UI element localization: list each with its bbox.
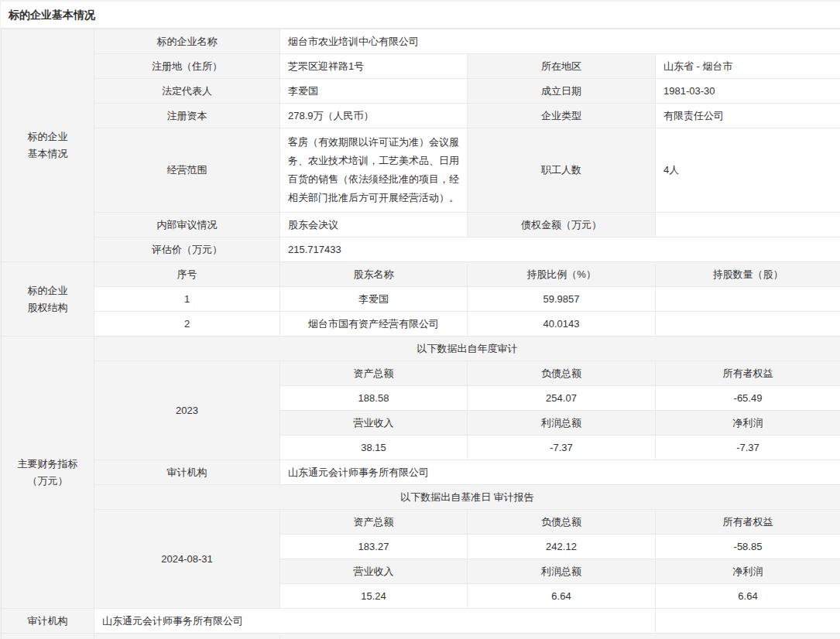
section-label-line: 基本情况 xyxy=(6,145,89,162)
baseline-value-revenue: 15.24 xyxy=(280,584,468,609)
annual-header-owner-equity: 所有者权益 xyxy=(656,361,840,386)
employees-value: 4人 xyxy=(656,128,840,213)
annual-period: 2023 xyxy=(94,361,280,460)
annual-header-revenue: 营业收入 xyxy=(280,411,468,436)
internal-review-label: 内部审议情况 xyxy=(94,213,280,237)
table-row: 标的企业 股权结构 序号 股东名称 持股比例（%） 持股数量（股） xyxy=(2,262,840,287)
table-row: 2 烟台市国有资产经营有限公司 40.0143 xyxy=(2,312,840,337)
equity-header-shareholder: 股东名称 xyxy=(280,262,468,287)
table-row: 审计机构 山东通元会计师事务所有限公司 xyxy=(2,609,840,634)
table-row: 注册资本 278.9万（人民币） 企业类型 有限责任公司 xyxy=(2,104,840,128)
annual-value-owner-equity: -65.49 xyxy=(656,386,840,411)
annual-header-net-profit: 净利润 xyxy=(656,411,840,436)
section-label-equity-structure: 标的企业 股权结构 xyxy=(2,262,94,337)
annual-auditor-label: 审计机构 xyxy=(94,460,280,485)
equity-row-shareholder: 烟台市国有资产经营有限公司 xyxy=(280,312,468,337)
equity-header-shares: 持股数量（股） xyxy=(656,262,840,287)
debt-amount-value xyxy=(656,213,840,237)
table-row: 评估价（万元） 215.717433 xyxy=(2,237,840,262)
appraisal-price-label: 评估价（万元） xyxy=(94,237,280,262)
annual-value-net-profit: -7.37 xyxy=(656,436,840,460)
table-row: 内部审议情况 股东会决议 债权金额（万元） xyxy=(2,213,840,237)
table-row: 主要财务指标 （万元） 以下数据出自年度审计 xyxy=(2,337,840,361)
baseline-header-net-profit: 净利润 xyxy=(656,559,840,584)
annual-header-total-liabilities: 负债总额 xyxy=(468,361,656,386)
enterprise-info-table: 标的企业 基本情况 标的企业名称 烟台市农业培训中心有限公司 注册地（住所） 芝… xyxy=(1,29,840,639)
appraisal-price-value: 215.717433 xyxy=(280,237,840,262)
annual-value-total-liabilities: 254.07 xyxy=(468,386,656,411)
baseline-auditor-label: 审计机构 xyxy=(2,609,94,634)
table-row-cutoff xyxy=(2,634,840,639)
section-label-financial-indicators: 主要财务指标 （万元） xyxy=(2,337,94,609)
table-row: 法定代表人 李爱国 成立日期 1981-03-30 xyxy=(2,79,840,104)
cutoff-cell xyxy=(2,634,94,639)
equity-row-shareholder: 李爱国 xyxy=(280,287,468,312)
page-title: 标的企业基本情况 xyxy=(1,2,840,29)
table-row: 审计机构 山东通元会计师事务所有限公司 xyxy=(2,460,840,485)
equity-header-ratio: 持股比例（%） xyxy=(468,262,656,287)
table-row: 经营范围 客房（有效期限以许可证为准）会议服务、农业技术培训，工艺美术品、日用百… xyxy=(2,128,840,213)
annual-value-revenue: 38.15 xyxy=(280,436,468,460)
equity-row-shares xyxy=(656,287,840,312)
employees-label: 职工人数 xyxy=(468,128,656,213)
baseline-value-net-profit: 6.64 xyxy=(656,584,840,609)
annual-header-total-profit: 利润总额 xyxy=(468,411,656,436)
table-row: 1 李爱国 59.9857 xyxy=(2,287,840,312)
annual-value-total-profit: -7.37 xyxy=(468,436,656,460)
baseline-value-owner-equity: -58.85 xyxy=(656,535,840,559)
registered-address-label: 注册地（住所） xyxy=(94,54,280,79)
region-value: 山东省 - 烟台市 xyxy=(656,54,840,79)
baseline-header-owner-equity: 所有者权益 xyxy=(656,510,840,535)
baseline-period: 2024-08-31 xyxy=(94,510,280,609)
equity-row-ratio: 59.9857 xyxy=(468,287,656,312)
annual-auditor-value: 山东通元会计师事务所有限公司 xyxy=(280,460,840,485)
registered-capital-value: 278.9万（人民币） xyxy=(280,104,468,128)
baseline-header-total-profit: 利润总额 xyxy=(468,559,656,584)
cutoff-cell xyxy=(280,634,840,639)
table-row: 2024-08-31 资产总额 负债总额 所有者权益 xyxy=(2,510,840,535)
internal-review-value: 股东会决议 xyxy=(280,213,468,237)
baseline-value-total-profit: 6.64 xyxy=(468,584,656,609)
region-label: 所在地区 xyxy=(468,54,656,79)
equity-row-ratio: 40.0143 xyxy=(468,312,656,337)
document-page: 标的企业基本情况 标的企业 基本情况 标的企业名称 烟台市农业培训中心有限公司 … xyxy=(0,0,840,639)
baseline-header-total-liabilities: 负债总额 xyxy=(468,510,656,535)
baseline-audit-banner: 以下数据出自基准日 审计报告 xyxy=(94,485,840,510)
section-label-basic-info: 标的企业 基本情况 xyxy=(2,29,94,262)
business-scope-label: 经营范围 xyxy=(94,128,280,213)
annual-audit-banner: 以下数据出自年度审计 xyxy=(94,337,840,361)
registered-address-value: 芝罘区迎祥路1号 xyxy=(280,54,468,79)
baseline-header-revenue: 营业收入 xyxy=(280,559,468,584)
company-name-value: 烟台市农业培训中心有限公司 xyxy=(280,29,840,54)
establish-date-label: 成立日期 xyxy=(468,79,656,104)
annual-header-total-assets: 资产总额 xyxy=(280,361,468,386)
baseline-value-total-liabilities: 242.12 xyxy=(468,535,656,559)
section-label-line: 标的企业 xyxy=(6,282,89,299)
equity-row-shares xyxy=(656,312,840,337)
debt-amount-label: 债权金额（万元） xyxy=(468,213,656,237)
annual-value-total-assets: 188.58 xyxy=(280,386,468,411)
registered-capital-label: 注册资本 xyxy=(94,104,280,128)
baseline-value-total-assets: 183.27 xyxy=(280,535,468,559)
table-row: 以下数据出自基准日 审计报告 xyxy=(2,485,840,510)
baseline-header-total-assets: 资产总额 xyxy=(280,510,468,535)
company-name-label: 标的企业名称 xyxy=(94,29,280,54)
legal-representative-value: 李爱国 xyxy=(280,79,468,104)
legal-representative-label: 法定代表人 xyxy=(94,79,280,104)
enterprise-type-value: 有限责任公司 xyxy=(656,104,840,128)
table-row: 标的企业 基本情况 标的企业名称 烟台市农业培训中心有限公司 xyxy=(2,29,840,54)
table-row: 2023 资产总额 负债总额 所有者权益 xyxy=(2,361,840,386)
table-row: 注册地（住所） 芝罘区迎祥路1号 所在地区 山东省 - 烟台市 xyxy=(2,54,840,79)
baseline-auditor-value: 山东通元会计师事务所有限公司 xyxy=(94,609,656,634)
section-label-line: 标的企业 xyxy=(6,128,89,145)
business-scope-value: 客房（有效期限以许可证为准）会议服务、农业技术培训，工艺美术品、日用百货的销售（… xyxy=(280,128,468,213)
cutoff-cell xyxy=(94,634,280,639)
section-label-line: （万元） xyxy=(6,473,89,490)
equity-row-index: 2 xyxy=(94,312,280,337)
enterprise-type-label: 企业类型 xyxy=(468,104,656,128)
section-label-line: 主要财务指标 xyxy=(6,456,89,473)
equity-header-index: 序号 xyxy=(94,262,280,287)
equity-row-index: 1 xyxy=(94,287,280,312)
establish-date-value: 1981-03-30 xyxy=(656,79,840,104)
section-label-line: 股权结构 xyxy=(6,299,89,316)
